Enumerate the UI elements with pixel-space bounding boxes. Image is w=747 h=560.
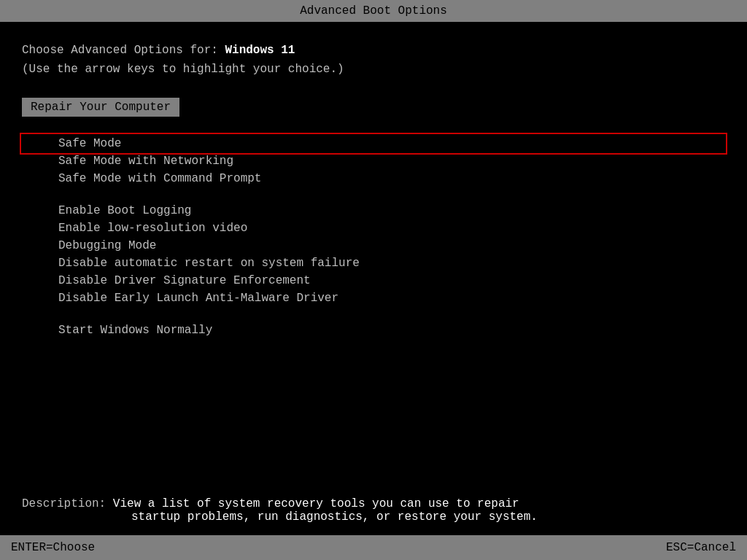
description-text-line2: startup problems, run diagnostics, or re… [22,510,725,524]
enable-low-res-video-item[interactable]: Enable low-resolution video [22,219,725,237]
main-content: Choose Advanced Options for: Windows 11 … [0,22,747,339]
disable-early-launch-item[interactable]: Disable Early Launch Anti-Malware Driver [22,289,725,307]
safe-mode-item[interactable]: Safe Mode [22,135,725,152]
disable-driver-sig-item[interactable]: Disable Driver Signature Enforcement [22,272,725,289]
choose-label: Choose Advanced Options for: [22,44,218,57]
menu-section-normal: Start Windows Normally [22,322,725,339]
debugging-mode-item[interactable]: Debugging Mode [22,237,725,254]
description-area: Description: View a list of system recov… [22,497,725,524]
safe-mode-command-prompt-item[interactable]: Safe Mode with Command Prompt [22,170,725,187]
title-bar: Advanced Boot Options [0,0,747,22]
safe-mode-networking-item[interactable]: Safe Mode with Networking [22,152,725,170]
bottom-bar: ENTER=Choose ESC=Cancel [0,535,747,560]
title-text: Advanced Boot Options [300,4,447,18]
description-label: Description: [22,497,106,510]
esc-label: ESC=Cancel [666,541,736,554]
repair-option-container[interactable]: Repair Your Computer [22,98,725,135]
enter-label: ENTER=Choose [11,541,95,554]
start-windows-normally-item[interactable]: Start Windows Normally [22,322,725,339]
menu-section-safe-mode: Safe Mode Safe Mode with Networking Safe… [22,135,725,187]
disable-auto-restart-item[interactable]: Disable automatic restart on system fail… [22,254,725,272]
choose-text: Choose Advanced Options for: Windows 11 [22,44,725,57]
description-text-line1: View a list of system recovery tools you… [113,497,519,510]
repair-your-computer-option[interactable]: Repair Your Computer [22,98,179,117]
os-name: Windows 11 [225,44,295,57]
enable-boot-logging-item[interactable]: Enable Boot Logging [22,202,725,219]
arrow-instruction: (Use the arrow keys to highlight your ch… [22,63,725,76]
menu-section-advanced: Enable Boot Logging Enable low-resolutio… [22,202,725,307]
